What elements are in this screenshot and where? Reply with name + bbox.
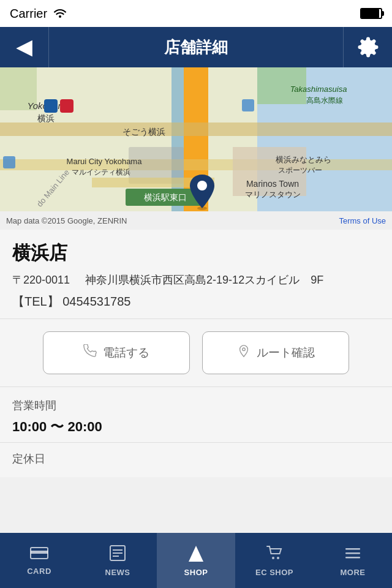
address-text: 神奈川県横浜市西区高島2-19-12スカイビル 9F (85, 274, 323, 286)
tab-shop-label: SHOP (184, 568, 208, 577)
map-copyright-text: Map data ©2015 Google, ZENRIN (6, 216, 339, 225)
carrier-label: Carrier (10, 7, 47, 21)
svg-text:横浜: 横浜 (37, 113, 55, 123)
svg-text:そごう横浜: そごう横浜 (123, 127, 165, 137)
call-button[interactable]: 電話する (43, 331, 190, 374)
tab-bar: CARD NEWS SHOP EC (0, 533, 392, 588)
ec-shop-icon (265, 545, 284, 565)
svg-point-42 (277, 557, 279, 559)
svg-rect-38 (113, 552, 123, 554)
svg-rect-5 (0, 123, 392, 136)
svg-text:スポーツバー: スポーツバー (278, 166, 322, 175)
svg-text:横浜みなとみら: 横浜みなとみら (276, 155, 331, 164)
more-icon (344, 545, 362, 565)
svg-text:横浜駅東口: 横浜駅東口 (144, 192, 187, 202)
svg-rect-30 (3, 156, 15, 168)
wifi-icon (53, 7, 67, 21)
tab-card[interactable]: CARD (0, 533, 78, 588)
route-button-label: ルート確認 (257, 345, 315, 361)
svg-rect-6 (0, 159, 392, 170)
news-icon (109, 545, 126, 565)
tab-more[interactable]: MORE (314, 533, 392, 588)
svg-rect-39 (113, 556, 119, 557)
page-title: 店舗詳細 (49, 37, 343, 58)
svg-rect-44 (345, 552, 360, 554)
back-button[interactable]: ◀ (0, 27, 49, 67)
svg-rect-29 (60, 99, 74, 113)
svg-marker-40 (189, 546, 203, 562)
tab-news-label: NEWS (105, 568, 130, 577)
battery-icon (360, 8, 382, 19)
svg-rect-31 (242, 99, 254, 111)
status-bar: Carrier (0, 0, 392, 27)
postal-code: 〒220-0011 (12, 274, 70, 286)
map-area[interactable]: 横浜駅東口 Yokohama 横浜 Takashimasuisa 高島水際線 そ… (0, 67, 392, 230)
call-button-label: 電話する (103, 345, 149, 361)
tab-card-label: CARD (27, 567, 51, 576)
route-button[interactable]: ルート確認 (202, 331, 349, 374)
tab-more-label: MORE (341, 568, 366, 577)
svg-text:Marinos Town: Marinos Town (246, 179, 299, 189)
map-copyright-bar: Map data ©2015 Google, ZENRIN Terms of U… (0, 211, 392, 230)
settings-button[interactable] (343, 27, 392, 67)
svg-text:マリノスタウン: マリノスタウン (245, 190, 301, 199)
svg-point-33 (242, 348, 245, 351)
tel-label: 【TEL】 (12, 295, 59, 308)
tab-ec-shop-label: EC SHOP (255, 568, 293, 577)
phone-icon (83, 344, 97, 361)
tab-ec-shop[interactable]: EC SHOP (235, 533, 314, 588)
holiday-section: 定休日 (0, 443, 392, 477)
map-svg: 横浜駅東口 Yokohama 横浜 Takashimasuisa 高島水際線 そ… (0, 67, 392, 230)
svg-point-27 (197, 181, 207, 190)
svg-text:Marui City Yokohama: Marui City Yokohama (67, 157, 143, 166)
hours-label: 営業時間 (12, 398, 380, 413)
card-icon (30, 546, 48, 564)
tab-shop[interactable]: SHOP (157, 533, 235, 588)
nav-bar: ◀ 店舗詳細 (0, 27, 392, 67)
hours-section: 営業時間 10:00 〜 20:00 (0, 387, 392, 443)
svg-rect-37 (113, 549, 123, 551)
action-buttons-row: 電話する ルート確認 (0, 319, 392, 387)
svg-rect-43 (345, 548, 360, 550)
hours-value: 10:00 〜 20:00 (12, 418, 380, 436)
svg-rect-35 (31, 551, 48, 554)
shop-icon (187, 545, 205, 565)
svg-rect-45 (345, 557, 360, 559)
store-info-section: 横浜店 〒220-0011 神奈川県横浜市西区高島2-19-12スカイビル 9F… (0, 230, 392, 319)
gear-icon (357, 36, 379, 58)
svg-text:マルイシティ横浜: マルイシティ横浜 (72, 168, 130, 176)
svg-rect-28 (44, 99, 58, 113)
location-icon (237, 344, 251, 361)
back-arrow-icon: ◀ (17, 36, 32, 59)
tel-number: 0454531785 (62, 295, 130, 308)
map-terms-link[interactable]: Terms of Use (339, 216, 386, 225)
status-bar-left: Carrier (10, 7, 67, 21)
store-tel: 【TEL】 0454531785 (12, 293, 380, 310)
store-name: 横浜店 (12, 241, 380, 266)
tab-news[interactable]: NEWS (78, 533, 157, 588)
svg-text:Takashimasuisa: Takashimasuisa (290, 85, 347, 94)
svg-point-41 (272, 557, 274, 559)
store-address: 〒220-0011 神奈川県横浜市西区高島2-19-12スカイビル 9F (12, 272, 380, 288)
holiday-label: 定休日 (12, 451, 380, 466)
svg-text:高島水際線: 高島水際線 (306, 96, 343, 105)
